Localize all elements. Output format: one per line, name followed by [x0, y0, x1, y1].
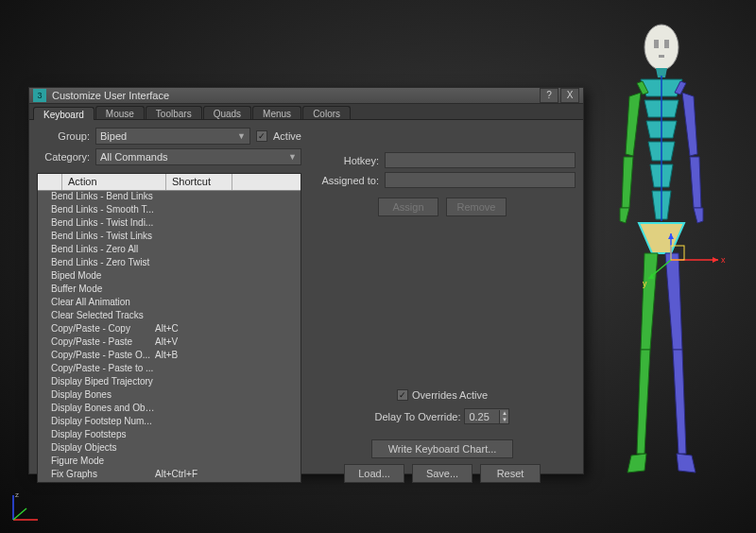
transform-gizmo[interactable]: x y	[643, 232, 728, 288]
svg-marker-31	[668, 233, 674, 239]
svg-rect-3	[659, 55, 664, 58]
group-dropdown[interactable]: Biped▼	[95, 128, 250, 145]
load-button[interactable]: Load...	[344, 464, 404, 483]
svg-rect-35	[671, 246, 684, 260]
chevron-down-icon: ▼	[288, 152, 297, 162]
remove-button[interactable]: Remove	[446, 198, 507, 216]
svg-text:z: z	[15, 490, 19, 499]
group-label: Group:	[37, 130, 90, 142]
svg-marker-17	[637, 350, 650, 454]
hotkey-input[interactable]	[385, 152, 576, 168]
delay-spinner[interactable]: 0.25 ▲▼	[464, 408, 509, 424]
hotkey-label: Hotkey:	[309, 155, 379, 166]
list-item[interactable]: Buffer Mode	[38, 284, 301, 297]
reset-button[interactable]: Reset	[480, 464, 541, 483]
active-checkbox[interactable]: ✓	[256, 130, 267, 142]
svg-marker-25	[677, 454, 696, 473]
list-item[interactable]: Copy/Paste - Paste to ...	[38, 363, 301, 376]
write-keyboard-chart-button[interactable]: Write Keyboard Chart...	[371, 439, 513, 458]
list-item[interactable]: Display Biped Trajectory	[38, 376, 301, 389]
titlebar[interactable]: 3 Customize User Interface ? X	[29, 88, 583, 104]
corner-axis-indicator: z	[6, 490, 43, 527]
active-checkbox-label: Active	[273, 130, 301, 142]
list-header[interactable]: Action Shortcut	[38, 174, 301, 191]
category-dropdown[interactable]: All Commands▼	[95, 148, 301, 165]
list-item[interactable]: Display Footstep Num...	[38, 416, 301, 429]
list-item[interactable]: Display Footsteps	[38, 429, 301, 442]
svg-text:y: y	[643, 279, 647, 288]
list-item[interactable]: Copy/Paste - Paste O...Alt+B	[38, 350, 301, 363]
svg-marker-24	[673, 350, 686, 454]
list-item[interactable]: Bend Links - Twist Indi...	[38, 217, 301, 231]
list-item[interactable]: Bend Links - Smooth T...	[38, 204, 301, 217]
spinner-up-icon[interactable]: ▲	[499, 410, 508, 417]
category-label: Category:	[37, 151, 90, 163]
chevron-down-icon: ▼	[237, 131, 246, 141]
list-body[interactable]: Bend Links - Bend LinksBend Links - Smoo…	[38, 191, 301, 482]
overrides-checkbox[interactable]: ✓	[397, 389, 408, 401]
tab-strip: KeyboardMouseToolbarsQuadsMenusColors	[29, 104, 583, 120]
list-item[interactable]: Display Objects	[38, 442, 301, 456]
list-item[interactable]: Clear Selected Tracks	[38, 310, 301, 323]
tab-toolbars[interactable]: Toolbars	[146, 106, 202, 119]
list-item[interactable]: Biped Mode	[38, 270, 301, 284]
dialog-title: Customize User Interface	[52, 90, 538, 101]
list-item[interactable]: Display Bones and Obj...	[38, 403, 301, 416]
spinner-down-icon[interactable]: ▼	[499, 417, 508, 423]
delay-label: Delay To Override:	[375, 411, 461, 422]
svg-marker-28	[713, 257, 718, 263]
app-icon: 3	[33, 89, 46, 102]
svg-marker-22	[694, 208, 703, 223]
help-button[interactable]: ?	[540, 88, 558, 103]
svg-rect-1	[654, 40, 659, 48]
list-item[interactable]: Bend Links - Zero Twist	[38, 257, 301, 270]
svg-marker-13	[626, 93, 641, 156]
action-column-header[interactable]: Action	[62, 174, 166, 190]
tab-quads[interactable]: Quads	[203, 106, 251, 119]
tab-mouse[interactable]: Mouse	[95, 106, 145, 119]
customize-ui-dialog: 3 Customize User Interface ? X KeyboardM…	[28, 87, 584, 474]
list-item[interactable]: Bend Links - Twist Links	[38, 231, 301, 244]
list-item[interactable]: Copy/Paste - CopyAlt+C	[38, 323, 301, 336]
list-item[interactable]: Display Bones	[38, 389, 301, 403]
list-item[interactable]: Bend Links - Bend Links	[38, 191, 301, 204]
svg-line-38	[13, 508, 26, 520]
svg-marker-21	[690, 157, 701, 208]
assigned-to-label: Assigned to:	[309, 175, 379, 186]
tab-menus[interactable]: Menus	[252, 106, 301, 119]
list-item[interactable]: Bend Links - Zero All	[38, 244, 301, 257]
shortcut-column-header[interactable]: Shortcut	[166, 174, 232, 190]
svg-marker-18	[627, 454, 646, 473]
svg-marker-14	[622, 157, 633, 208]
assign-button[interactable]: Assign	[378, 198, 438, 216]
svg-point-0	[644, 25, 679, 70]
save-button[interactable]: Save...	[412, 464, 472, 483]
overrides-label: Overrides Active	[412, 389, 488, 401]
svg-marker-20	[682, 93, 697, 156]
svg-text:x: x	[721, 255, 726, 265]
assigned-to-input[interactable]	[385, 172, 576, 188]
svg-rect-2	[664, 40, 669, 48]
list-item[interactable]: Fix GraphsAlt+Ctrl+F	[38, 469, 301, 482]
tab-colors[interactable]: Colors	[302, 106, 351, 119]
close-button[interactable]: X	[560, 88, 579, 103]
list-item[interactable]: Copy/Paste - PasteAlt+V	[38, 336, 301, 350]
action-list: Action Shortcut Bend Links - Bend LinksB…	[37, 173, 301, 483]
list-item[interactable]: Figure Mode	[38, 456, 301, 469]
list-item[interactable]: Clear All Animation	[38, 297, 301, 310]
tab-keyboard[interactable]: Keyboard	[33, 107, 94, 120]
svg-marker-15	[620, 208, 629, 223]
